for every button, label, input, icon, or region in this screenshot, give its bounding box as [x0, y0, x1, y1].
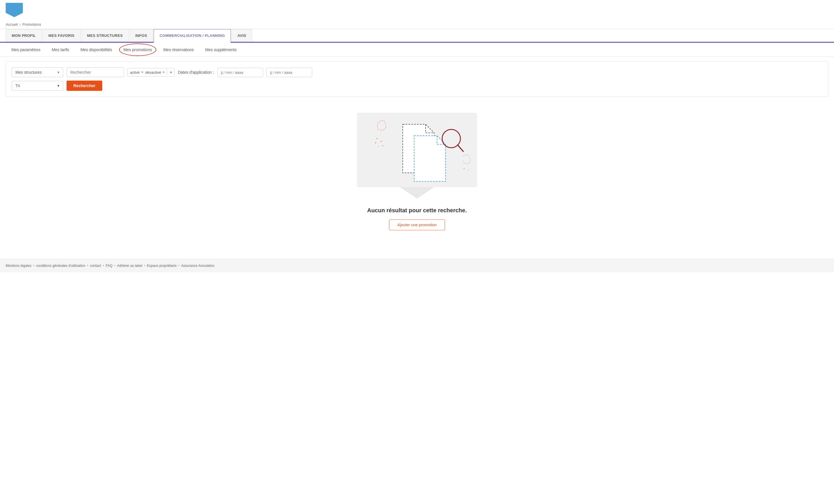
structures-label: Mes structures [16, 70, 42, 74]
search-button[interactable]: Rechercher [67, 81, 102, 91]
sort-dropdown[interactable]: Tri ▾ [12, 81, 63, 91]
footer-link-4[interactable]: Adhérer au label [117, 264, 142, 268]
footer-separator: • [103, 264, 104, 268]
tag-filter: activé ✕ désactivé ✕ ▾ [127, 68, 175, 76]
main-tab-mes-favoris[interactable]: MES FAVORIS [43, 29, 81, 42]
tag-divider [167, 69, 167, 75]
date-to-input[interactable] [266, 68, 312, 77]
structures-dropdown[interactable]: Mes structures ▾ [12, 67, 63, 77]
empty-triangle [400, 187, 434, 199]
svg-point-9 [464, 168, 465, 169]
tag-desactive: désactivé ✕ [146, 70, 165, 74]
footer-separator: • [144, 264, 145, 268]
footer-separator: • [33, 264, 34, 268]
footer-link-0[interactable]: Mentions légales [6, 264, 31, 268]
sub-nav-item-mes-supplements[interactable]: Mes suppléments [200, 43, 242, 57]
footer: Mentions légales • conditions générales … [0, 259, 834, 272]
breadcrumb-current: Promotions [22, 22, 41, 27]
date-from-input[interactable] [217, 68, 263, 77]
filters-section: Mes structures ▾ activé ✕ désactivé ✕ ▾ … [6, 61, 828, 97]
tag-active: activé ✕ [130, 70, 144, 74]
footer-link-6[interactable]: Assurance Annulation [181, 264, 215, 268]
svg-point-7 [382, 145, 383, 146]
breadcrumb: Accueil › Promotions [0, 20, 834, 29]
empty-state: Aucun résultat pour cette recherche. Ajo… [0, 102, 834, 247]
main-tab-avis[interactable]: AVIS [232, 29, 252, 42]
sub-nav-item-mes-disponibilites[interactable]: Mes disponibilités [75, 43, 118, 57]
tag-active-label: activé [130, 70, 140, 74]
main-tab-commercialisation-planning[interactable]: COMMERCIALISATION / PLANNING [154, 29, 231, 43]
tag-active-remove[interactable]: ✕ [141, 70, 144, 74]
sort-label: Tri [16, 83, 20, 88]
footer-link-1[interactable]: conditions générales d'utilisation [36, 264, 85, 268]
sub-nav-item-mes-promotions[interactable]: Mes promotions [118, 47, 158, 52]
search-input[interactable] [67, 67, 124, 77]
logo-icon [6, 3, 23, 17]
empty-title: Aucun résultat pour cette recherche. [367, 207, 467, 214]
footer-separator: • [114, 264, 115, 268]
sub-nav-item-mes-tarifs[interactable]: Mes tarifs [46, 43, 75, 57]
tag-desactive-remove[interactable]: ✕ [162, 70, 165, 74]
sub-nav-item-mes-parametres[interactable]: Mes paramètres [6, 43, 46, 57]
tag-chevron-icon[interactable]: ▾ [170, 70, 172, 74]
sub-nav: Mes paramètresMes tarifsMes disponibilit… [0, 43, 834, 57]
main-tab-mon-profil[interactable]: MON PROFIL [6, 29, 42, 42]
breadcrumb-separator: › [19, 22, 21, 27]
svg-point-4 [376, 138, 378, 139]
footer-links: Mentions légales • conditions générales … [6, 264, 828, 268]
empty-illustration [357, 113, 477, 187]
svg-point-6 [375, 142, 376, 144]
logo-container [6, 0, 828, 20]
tag-desactive-label: désactivé [146, 70, 161, 74]
add-promotion-button[interactable]: Ajouter une promotion [389, 219, 445, 230]
main-tab-infos[interactable]: INFOS [129, 29, 153, 42]
structures-chevron-icon: ▾ [58, 70, 60, 74]
svg-marker-1 [414, 136, 445, 181]
dates-label: Dates d'application : [178, 70, 214, 74]
sort-chevron-icon: ▾ [58, 83, 60, 88]
footer-link-3[interactable]: FAQ [106, 264, 112, 268]
main-tab-mes-structures[interactable]: MES STRUCTURES [81, 29, 129, 42]
breadcrumb-home[interactable]: Accueil [6, 22, 18, 27]
sub-nav-item-mes-reservations[interactable]: Mes réservations [158, 43, 200, 57]
footer-separator: • [87, 264, 88, 268]
illustration-svg [357, 113, 477, 187]
footer-link-5[interactable]: Espace propriétaire [147, 264, 176, 268]
svg-point-10 [468, 170, 469, 171]
filters-row-1: Mes structures ▾ activé ✕ désactivé ✕ ▾ … [12, 67, 822, 77]
footer-separator: • [178, 264, 179, 268]
header [0, 0, 834, 20]
filters-row-2: Tri ▾ Rechercher [12, 81, 822, 91]
svg-point-8 [378, 146, 379, 147]
svg-line-3 [458, 145, 463, 151]
main-tabs: MON PROFILMES FAVORISMES STRUCTURESINFOS… [0, 29, 834, 43]
footer-link-2[interactable]: contact [90, 264, 101, 268]
svg-point-5 [381, 141, 382, 142]
